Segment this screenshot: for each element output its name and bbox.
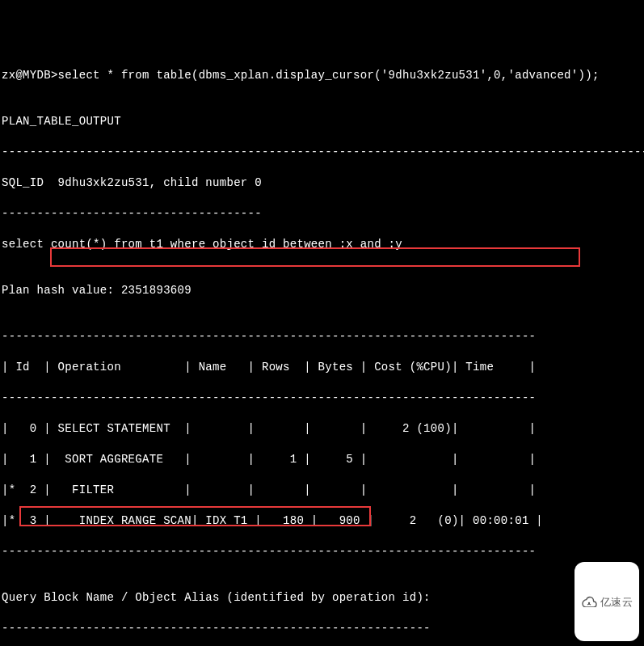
separator-line: ----------------------------------------… [2, 621, 642, 636]
watermark-badge: 亿速云 [575, 562, 639, 641]
plan-row-0: | 0 | SELECT STATEMENT | | | | 2 (100)| … [2, 421, 642, 437]
watermark-text: 亿速云 [600, 594, 633, 610]
query-block-header: Query Block Name / Object Alias (identif… [2, 590, 642, 606]
table-header-row: | Id | Operation | Name | Rows | Bytes |… [2, 360, 642, 375]
plan-hash-line: Plan hash value: 2351893609 [2, 283, 642, 298]
table-border: ----------------------------------------… [2, 544, 642, 559]
plan-row-1: | 1 | SORT AGGREGATE | | 1 | 5 | | | [2, 452, 642, 467]
table-border: ----------------------------------------… [2, 391, 642, 406]
plan-row-3: |* 3 | INDEX RANGE SCAN| IDX_T1 | 180 | … [2, 513, 642, 529]
sql-prompt-line: zx@MYDB>select * from table(dbms_xplan.d… [2, 68, 642, 83]
plan-row-2: |* 2 | FILTER | | | | | | [2, 483, 642, 498]
cloud-icon [581, 565, 597, 638]
separator-line: ------------------------------------- [2, 206, 642, 222]
separator-line: ----------------------------------------… [2, 145, 642, 160]
sql-id-line: SQL_ID 9dhu3xk2zu531, child number 0 [2, 175, 642, 191]
sql-query-line: select count(*) from t1 where object_id … [2, 237, 642, 252]
plan-table-output-header: PLAN_TABLE_OUTPUT [2, 114, 642, 129]
table-border: ----------------------------------------… [2, 329, 642, 344]
